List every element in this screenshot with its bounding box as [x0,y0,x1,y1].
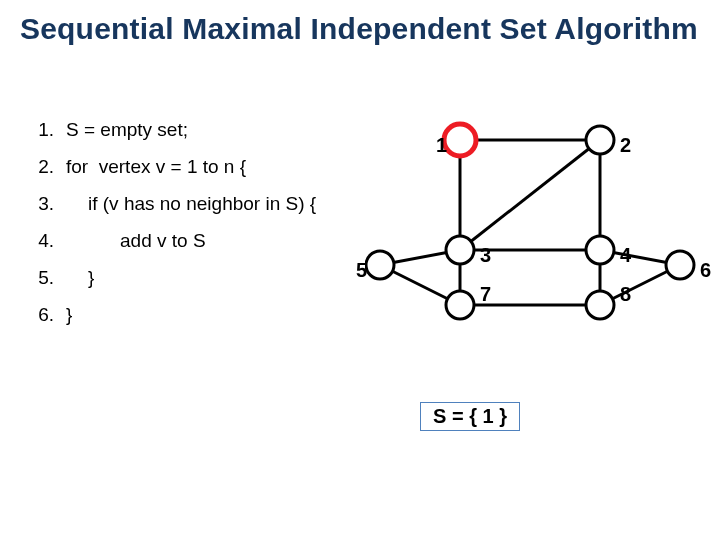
slide-title: Sequential Maximal Independent Set Algor… [20,12,698,46]
graph-node [366,251,394,279]
algo-line: 3.if (v has no neighbor in S) { [26,194,316,213]
graph-node [446,291,474,319]
algo-line-number: 5. [26,268,60,287]
graph-node-label: 4 [620,244,631,267]
graph-node-label: 8 [620,283,631,306]
algo-line: 5.} [26,268,316,287]
graph-node [666,251,694,279]
algo-line-text: } [60,268,94,287]
current-set-box: S = { 1 } [420,402,520,431]
algo-line-number: 3. [26,194,60,213]
algo-line: 4.add v to S [26,231,316,250]
algorithm-listing: 1.S = empty set;2.for vertex v = 1 to n … [26,120,316,342]
graph-node [444,124,476,156]
algo-line-text: } [60,305,72,324]
graph-edge [460,140,600,250]
algo-line: 6.} [26,305,316,324]
graph-node [586,236,614,264]
graph-node [446,236,474,264]
algo-line-number: 4. [26,231,60,250]
graph-node [586,126,614,154]
graph-node-label: 1 [436,134,447,157]
algo-line-text: S = empty set; [60,120,188,139]
algo-line: 1.S = empty set; [26,120,316,139]
graph-node [586,291,614,319]
slide: Sequential Maximal Independent Set Algor… [0,0,720,540]
graph-svg [365,110,705,370]
algo-line-number: 2. [26,157,60,176]
graph-node-label: 6 [700,259,711,282]
current-set-text: S = { 1 } [433,405,507,427]
graph-node-label: 3 [480,244,491,267]
algo-line-text: for vertex v = 1 to n { [60,157,246,176]
graph-diagram: 12345678 [365,110,705,370]
algo-line-text: if (v has no neighbor in S) { [60,194,316,213]
algo-line: 2.for vertex v = 1 to n { [26,157,316,176]
graph-node-label: 2 [620,134,631,157]
algo-line-number: 1. [26,120,60,139]
graph-node-label: 5 [356,259,367,282]
graph-node-label: 7 [480,283,491,306]
algo-line-number: 6. [26,305,60,324]
algo-line-text: add v to S [60,231,206,250]
